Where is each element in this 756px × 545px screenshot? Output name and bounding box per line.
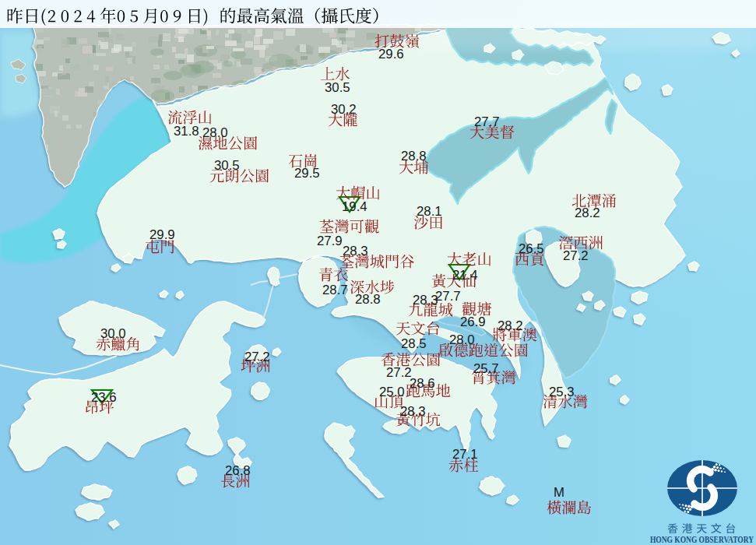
svg-text:28.5: 28.5 bbox=[401, 336, 427, 351]
svg-text:28.3: 28.3 bbox=[343, 244, 368, 258]
svg-text:31.8: 31.8 bbox=[174, 124, 199, 139]
svg-text:30.2: 30.2 bbox=[331, 102, 357, 117]
svg-text:30.5: 30.5 bbox=[214, 158, 240, 173]
svg-text:25.7: 25.7 bbox=[473, 361, 499, 376]
svg-text:27.2: 27.2 bbox=[563, 248, 589, 263]
svg-text:27.2: 27.2 bbox=[386, 365, 412, 380]
svg-text:26.8: 26.8 bbox=[225, 463, 251, 478]
svg-text:28.2: 28.2 bbox=[575, 206, 600, 220]
svg-text:23.6: 23.6 bbox=[91, 390, 117, 405]
svg-text:27.1: 27.1 bbox=[452, 447, 478, 462]
svg-text:30.5: 30.5 bbox=[325, 80, 350, 95]
svg-text:29.6: 29.6 bbox=[378, 47, 404, 62]
svg-text:27.7: 27.7 bbox=[435, 289, 461, 304]
svg-text:27.7: 27.7 bbox=[474, 114, 500, 129]
svg-text:26.9: 26.9 bbox=[460, 315, 486, 329]
svg-text:25.3: 25.3 bbox=[549, 385, 575, 399]
svg-text:21.4: 21.4 bbox=[452, 268, 478, 283]
svg-text:28.8: 28.8 bbox=[355, 292, 381, 307]
svg-text:HONG KONG OBSERVATORY: HONG KONG OBSERVATORY bbox=[650, 534, 754, 545]
svg-text:28.6: 28.6 bbox=[410, 376, 435, 391]
svg-text:28.3: 28.3 bbox=[413, 293, 438, 308]
svg-text:27.2: 27.2 bbox=[244, 350, 270, 364]
svg-text:28.8: 28.8 bbox=[401, 149, 427, 164]
svg-text:30.0: 30.0 bbox=[100, 326, 126, 341]
svg-text:28.2: 28.2 bbox=[498, 318, 523, 333]
svg-text:M: M bbox=[554, 485, 564, 500]
svg-text:25.0: 25.0 bbox=[379, 385, 405, 399]
svg-text:27.9: 27.9 bbox=[317, 234, 343, 248]
svg-text:26.5: 26.5 bbox=[519, 241, 544, 256]
svg-text:28.7: 28.7 bbox=[322, 283, 348, 297]
svg-text:19.4: 19.4 bbox=[342, 199, 367, 214]
svg-text:28.3: 28.3 bbox=[400, 404, 426, 419]
svg-text:28.1: 28.1 bbox=[417, 204, 442, 219]
svg-text:28.0: 28.0 bbox=[202, 125, 228, 140]
svg-text:29.5: 29.5 bbox=[294, 166, 320, 181]
svg-text:29.9: 29.9 bbox=[149, 227, 175, 242]
svg-text:28.0: 28.0 bbox=[449, 332, 475, 347]
